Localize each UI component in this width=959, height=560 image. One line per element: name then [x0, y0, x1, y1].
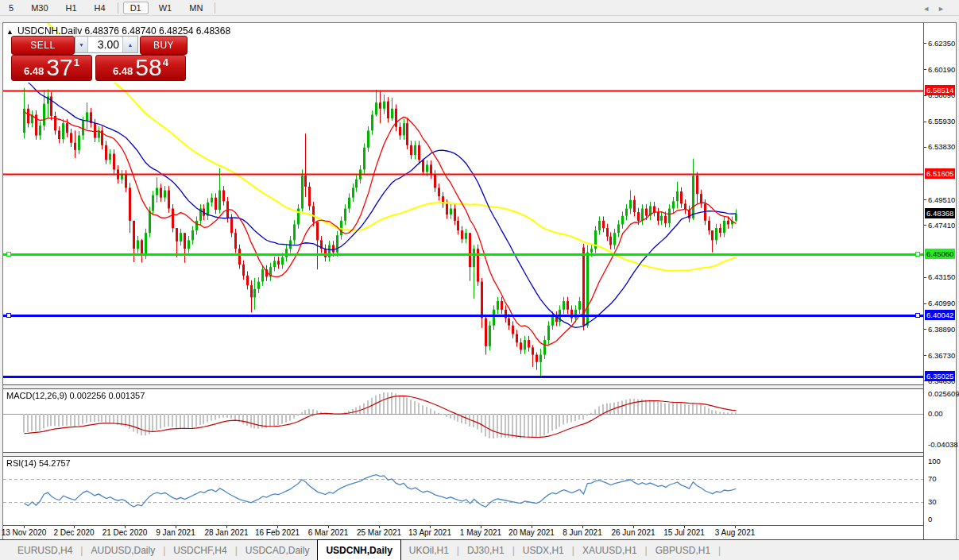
buy-price-base: 6.48 [113, 65, 133, 77]
price-tick-label: 6.49510 [928, 195, 955, 204]
toolbar-separator [118, 2, 118, 14]
rsi-axis-label: 70 [928, 474, 937, 483]
price-tick-mark [924, 43, 926, 44]
tab-scroll-left-icon[interactable]: ◄ [922, 5, 938, 13]
volume-input[interactable]: 3.00 [88, 37, 122, 52]
macd-axis-label: 0.00 [928, 409, 943, 418]
buy-button[interactable]: BUY [140, 36, 188, 55]
price-tick-label: 6.43150 [928, 272, 955, 281]
macd-axis-label: -0.04038 [928, 440, 958, 449]
price-tick-label: 6.62350 [928, 39, 955, 48]
date-axis[interactable]: 13 Nov 20202 Dec 202021 Dec 20209 Jan 20… [3, 525, 923, 539]
timeframe-button-mn[interactable]: MN [182, 2, 210, 14]
price-tick-label: 6.36730 [928, 351, 955, 360]
price-tick-mark [924, 199, 926, 200]
macd-axis-label: 0.025609 [928, 389, 959, 398]
price-tick-mark [924, 147, 926, 148]
tab-usdcnh-daily[interactable]: USDCNH,Daily [317, 539, 400, 560]
rsi-pane-canvas [3, 457, 923, 525]
price-tick-mark [924, 329, 926, 330]
tab-gbpusd-h1[interactable]: GBPUSD,H1 [648, 540, 718, 560]
date-tick-label: 3 Aug 2021 [703, 528, 767, 537]
rsi-axis-label: 0 [928, 515, 932, 523]
tab-scroll-arrows: ◄► [922, 5, 953, 13]
tab-usdx-h1[interactable]: USDX,H1 [515, 540, 572, 560]
price-tick-mark [924, 69, 926, 70]
price-tick-mark [924, 303, 926, 304]
price-tick-label: 6.55930 [928, 117, 955, 126]
volume-spinner: ▼ 3.00 ▲ [75, 36, 138, 53]
tab-xauusd-h1[interactable]: XAUUSD,H1 [574, 540, 645, 560]
buy-price-fraction: 4 [163, 56, 168, 68]
tab-separator: | [718, 540, 721, 560]
price-tick-mark [924, 225, 926, 226]
price-level-badge: 6.48368 [925, 208, 955, 218]
timeframe-button-d1[interactable]: D1 [123, 2, 149, 14]
price-tick-mark [924, 122, 926, 122]
price-tick-mark [924, 355, 926, 356]
rsi-axis-label: 30 [928, 497, 937, 506]
price-tick-mark [924, 95, 926, 96]
volume-increase-icon[interactable]: ▲ [122, 37, 137, 52]
price-tick-label: 6.38890 [928, 325, 955, 334]
sell-price-pips: 37 [46, 56, 72, 79]
chart-tab-bar: EURUSD,H4|AUDUSD,Daily|USDCHF,H4|USDCAD,… [0, 539, 959, 560]
timeframe-button-w1[interactable]: W1 [152, 2, 180, 14]
volume-decrease-icon[interactable]: ▼ [75, 37, 88, 52]
mt4-window: 5M30H1H4D1W1MN ▲USDCNH,Daily 6.48376 6.4… [0, 0, 959, 560]
price-level-badge: 6.45060 [925, 249, 955, 259]
sell-price-button[interactable]: 6.48 37 1 [11, 55, 92, 81]
rsi-current-value: 54.2757 [39, 458, 71, 468]
price-tick-label: 6.47410 [928, 221, 955, 230]
tab-usdchf-h4[interactable]: USDCHF,H4 [165, 540, 234, 560]
macd-name: MACD(12,26,9) [6, 391, 67, 400]
tab-scroll-right-icon[interactable]: ► [938, 5, 953, 13]
one-click-trading-panel: SELL ▼ 3.00 ▲ BUY 6.48 37 1 6.48 58 4 [10, 34, 188, 83]
macd-indicator-label: MACD(12,26,9) 0.002256 0.001357 [6, 391, 145, 400]
timeframe-button-5[interactable]: 5 [2, 2, 21, 14]
price-tick-label: 6.53830 [928, 142, 955, 151]
tab-dj30-h1[interactable]: DJ30,H1 [459, 540, 512, 560]
price-tick-label: 6.40990 [928, 299, 955, 307]
tab-eurusd-h4[interactable]: EURUSD,H4 [10, 540, 80, 560]
price-level-badge: 6.51605 [925, 168, 955, 179]
buy-price-pips: 58 [135, 56, 161, 79]
price-axis[interactable]: 6.623506.601906.580906.559306.538306.495… [923, 23, 956, 539]
tab-usdcad-daily[interactable]: USDCAD,Daily [238, 540, 318, 560]
timeframe-button-m30[interactable]: M30 [24, 2, 55, 14]
timeframe-button-h4[interactable]: H4 [87, 2, 113, 14]
price-tick-mark [924, 277, 926, 278]
rsi-indicator-label: RSI(14) 54.2757 [6, 458, 71, 468]
price-level-badge: 6.40042 [925, 310, 955, 320]
rsi-name: RSI(14) [6, 458, 37, 468]
tab-audusd-daily[interactable]: AUDUSD,Daily [83, 540, 163, 560]
price-tick-label: 6.60190 [928, 65, 955, 74]
buy-price-button[interactable]: 6.48 58 4 [95, 55, 186, 81]
price-level-badge: 6.35025 [925, 371, 955, 381]
timeframe-button-h1[interactable]: H1 [59, 2, 84, 14]
tab-ukoil-h1[interactable]: UKOil,H1 [401, 540, 457, 560]
toolbar-separator [215, 2, 215, 14]
price-level-badge: 6.58514 [925, 85, 955, 95]
timeframe-toolbar: 5M30H1H4D1W1MN [0, 0, 959, 16]
chart-window: ▲USDCNH,Daily 6.48376 6.48740 6.48254 6.… [2, 22, 957, 540]
macd-current-values: 0.002256 0.001357 [69, 391, 145, 400]
sell-button[interactable]: SELL [11, 36, 75, 55]
sell-price-fraction: 1 [74, 56, 79, 68]
sell-price-base: 6.48 [24, 65, 44, 77]
rsi-axis-label: 100 [928, 457, 941, 465]
